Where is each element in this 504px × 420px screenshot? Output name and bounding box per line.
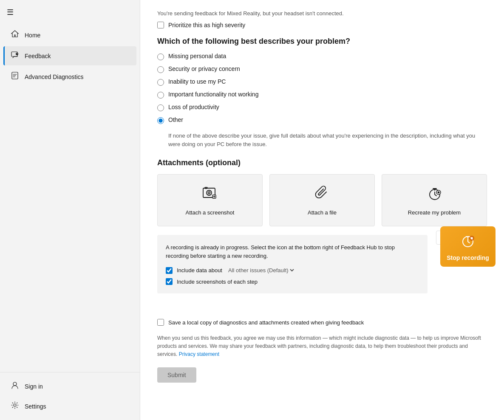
sidebar-home-label: Home [25,32,40,39]
high-severity-checkbox[interactable] [157,22,164,28]
save-copy-label[interactable]: Save a local copy of diagnostics and att… [168,319,364,326]
submit-button[interactable]: Submit [157,367,196,383]
recreate-problem-label: Recreate my problem [408,209,461,216]
sign-in-label: Sign in [25,383,43,390]
include-screenshots-option: Include screenshots of each step [166,278,419,285]
radio-label-important-functionality[interactable]: Important functionality not working [168,91,258,98]
recording-area: A recording is already in progress. Sele… [157,235,428,293]
sidebar-diagnostics-label: Advanced Diagnostics [25,73,84,80]
radio-loss-of-productivity[interactable] [157,104,164,111]
svg-point-7 [208,192,210,194]
radio-label-other[interactable]: Other [168,116,183,123]
svg-point-12 [438,192,440,194]
sidebar-item-home[interactable]: Home [3,25,136,45]
radio-item-loss-of-productivity: Loss of productivity [157,104,487,111]
include-data-checkbox[interactable] [166,267,173,274]
recreate-problem-card[interactable]: Recreate my problem [382,174,487,226]
radio-item-inability-to-use: Inability to use my PC [157,78,487,86]
problem-radio-group: Missing personal data Security or privac… [157,53,487,148]
attach-screenshot-card[interactable]: Attach a screenshot [157,174,263,226]
radio-item-security-privacy: Security or privacy concern [157,65,487,73]
main-content: You're sending feedback for Mixed Realit… [140,0,504,420]
attachment-cards: Attach a screenshot Attach a file [157,174,487,226]
svg-rect-15 [471,237,473,240]
include-screenshots-label[interactable]: Include screenshots of each step [177,279,258,285]
legal-text: When you send us this feedback, you agre… [157,334,487,359]
sidebar-item-sign-in[interactable]: Sign in [3,377,136,396]
recording-message: A recording is already in progress. Sele… [166,243,419,260]
radio-security-privacy[interactable] [157,66,164,73]
radio-other[interactable] [157,117,164,124]
attachments-title: Attachments (optional) [157,158,487,167]
radio-label-inability-to-use[interactable]: Inability to use my PC [168,78,226,85]
svg-point-6 [207,190,212,195]
recording-options: Include data about All other issues (Def… [166,267,419,285]
sidebar-bottom: Sign in Settings [0,372,140,417]
radio-inability-to-use[interactable] [157,79,164,86]
person-icon [10,381,20,392]
include-screenshots-checkbox[interactable] [166,278,173,285]
radio-label-security-privacy[interactable]: Security or privacy concern [168,65,240,72]
attach-file-label: Attach a file [308,209,337,216]
problem-section-title: Which of the following best describes yo… [157,37,487,46]
attach-screenshot-label: Attach a screenshot [186,209,235,216]
radio-missing-personal-data[interactable] [157,54,164,60]
settings-icon [10,401,20,412]
svg-point-3 [13,382,17,386]
radio-important-functionality[interactable] [157,92,164,99]
info-text: You're sending feedback for Mixed Realit… [157,10,487,17]
stop-recording-icon [460,233,476,251]
menu-icon[interactable]: ☰ [0,3,140,21]
stop-recording-label: Stop recording [447,254,489,262]
diagnostics-icon [10,71,20,82]
radio-item-missing-personal-data: Missing personal data [157,53,487,60]
save-copy-checkbox[interactable] [157,319,164,326]
radio-item-other: Other [157,116,487,124]
feedback-icon [10,51,20,61]
high-severity-row: Prioritize this as high severity [157,22,487,28]
radio-item-important-functionality: Important functionality not working [157,91,487,99]
radio-label-missing-personal-data[interactable]: Missing personal data [168,53,226,59]
paperclip-icon [314,185,331,205]
sidebar-item-settings[interactable]: Settings [3,397,136,416]
include-data-dropdown[interactable]: All other issues (Default) [227,267,295,274]
screenshot-icon [201,185,218,205]
privacy-link[interactable]: Privacy statement [179,351,219,357]
home-icon [10,30,20,40]
attach-file-card[interactable]: Attach a file [269,174,375,226]
sidebar-item-feedback[interactable]: Feedback [3,46,136,65]
include-data-option: Include data about All other issues (Def… [166,267,419,274]
radio-label-loss-of-productivity[interactable]: Loss of productivity [168,104,219,110]
sidebar: ☰ Home Feedback Advanced Diagnos [0,0,140,420]
stop-recording-button[interactable]: Stop recording [440,226,496,267]
sidebar-feedback-label: Feedback [25,53,51,59]
other-detail-text: If none of the above describe your issue… [168,132,487,148]
sidebar-item-advanced-diagnostics[interactable]: Advanced Diagnostics [3,67,136,86]
high-severity-label[interactable]: Prioritize this as high severity [168,22,245,28]
timer-icon [426,185,443,205]
svg-point-4 [14,404,16,406]
include-data-label: Include data about [177,267,222,273]
save-copy-row: Save a local copy of diagnostics and att… [157,319,487,326]
settings-label: Settings [25,403,46,410]
